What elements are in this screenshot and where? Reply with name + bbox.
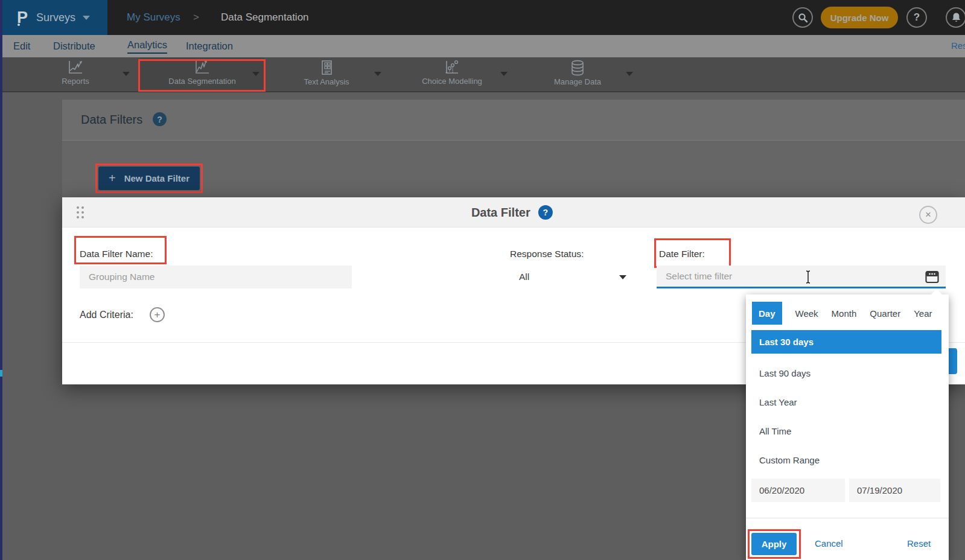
- scatter-plot-icon: [444, 60, 460, 75]
- reports-dropdown-caret[interactable]: [123, 72, 130, 76]
- option-last-90-days[interactable]: Last 90 days: [751, 358, 941, 387]
- response-status-label: Response Status:: [510, 249, 584, 259]
- choice-modelling-dropdown-caret[interactable]: [500, 72, 508, 76]
- date-filter-popup: Day Week Month Quarter Year Last 30 days…: [746, 294, 949, 560]
- option-custom-range[interactable]: Custom Range: [751, 445, 941, 474]
- response-status-select[interactable]: All: [510, 266, 634, 288]
- apply-button[interactable]: Apply: [751, 533, 797, 555]
- document-grid-icon: [319, 60, 334, 76]
- popup-notch: [931, 289, 942, 294]
- text-analysis-dropdown-caret[interactable]: [374, 72, 381, 76]
- upgrade-now-button[interactable]: Upgrade Now: [821, 7, 898, 28]
- tab-edit[interactable]: Edit: [13, 35, 30, 57]
- window-edge-accent: [0, 0, 2, 560]
- analytics-toolbar: Reports Data Segmentation Text Analysis: [0, 57, 965, 92]
- toolbar-label: Manage Data: [554, 77, 601, 86]
- plus-icon: +: [109, 171, 116, 185]
- range-start-input[interactable]: [751, 479, 845, 502]
- help-button[interactable]: ?: [906, 7, 927, 28]
- bell-icon: [951, 12, 961, 23]
- toolbar-item-text-analysis[interactable]: Text Analysis: [281, 60, 372, 86]
- search-button[interactable]: [792, 7, 813, 28]
- data-filters-help-button[interactable]: ?: [153, 112, 167, 126]
- date-filter-text-input[interactable]: [657, 266, 946, 287]
- toolbar-label: Data Segmentation: [168, 77, 235, 86]
- product-label: Surveys: [36, 11, 75, 24]
- data-filters-panel-header: Data Filters ?: [62, 100, 965, 141]
- toolbar-label: Reports: [62, 77, 89, 86]
- reset-button[interactable]: Reset: [907, 538, 931, 549]
- tab-week[interactable]: Week: [795, 308, 818, 319]
- manage-data-dropdown-caret[interactable]: [626, 72, 633, 76]
- questionpro-logo: P: [17, 8, 28, 27]
- chevron-down-icon: [619, 275, 626, 279]
- date-filter-input[interactable]: [657, 266, 946, 288]
- modal-header: Data Filter ? ×: [62, 197, 965, 228]
- option-all-time[interactable]: All Time: [751, 416, 941, 445]
- close-icon[interactable]: ×: [919, 206, 937, 224]
- top-header: P Surveys My Surveys > Data Segmentation…: [0, 0, 965, 35]
- breadcrumb-parent[interactable]: My Surveys: [127, 11, 180, 24]
- app-logo-button[interactable]: P Surveys: [0, 0, 107, 35]
- add-criteria-label: Add Criteria:: [80, 310, 133, 320]
- page-title: Data Filters: [81, 113, 142, 127]
- toolbar-item-reports[interactable]: Reports: [30, 60, 121, 86]
- tab-integration[interactable]: Integration: [186, 35, 233, 57]
- breadcrumb-separator: >: [193, 11, 199, 24]
- popup-divider: [746, 518, 949, 518]
- tab-analytics[interactable]: Analytics: [127, 35, 167, 57]
- tab-year[interactable]: Year: [914, 308, 932, 319]
- question-mark-icon: ?: [914, 11, 920, 24]
- plus-icon: +: [154, 309, 161, 321]
- data-segmentation-dropdown-caret[interactable]: [252, 72, 260, 76]
- trend-chart-icon: [194, 60, 211, 75]
- toolbar-item-data-segmentation[interactable]: Data Segmentation: [157, 60, 247, 86]
- breadcrumb-current: Data Segmentation: [221, 11, 309, 24]
- text-cursor-icon: [804, 270, 812, 284]
- option-last-year[interactable]: Last Year: [751, 387, 941, 416]
- calendar-icon[interactable]: [925, 269, 940, 284]
- data-filter-name-label: Data Filter Name:: [80, 249, 153, 259]
- date-filter-label: Date Filter:: [659, 249, 705, 259]
- search-icon: [798, 13, 808, 23]
- toolbar-item-manage-data[interactable]: Manage Data: [532, 60, 623, 86]
- database-icon: [570, 60, 585, 76]
- chevron-down-icon: [83, 16, 90, 20]
- option-last-30-days[interactable]: Last 30 days: [751, 330, 941, 354]
- toolbar-label: Text Analysis: [304, 77, 349, 86]
- modal-title: Data Filter: [471, 206, 530, 220]
- left-edge-accent-teal: [0, 370, 2, 377]
- tab-day[interactable]: Day: [752, 302, 782, 325]
- range-end-input[interactable]: [849, 479, 940, 502]
- modal-help-button[interactable]: ?: [538, 205, 553, 220]
- tab-quarter[interactable]: Quarter: [870, 308, 900, 319]
- toolbar-label: Choice Modelling: [422, 77, 482, 86]
- tab-distribute[interactable]: Distribute: [53, 35, 95, 57]
- notifications-button[interactable]: [946, 7, 965, 28]
- new-data-filter-button[interactable]: + New Data Filter: [98, 167, 200, 190]
- question-mark-icon: ?: [157, 115, 162, 124]
- question-mark-icon: ?: [543, 208, 548, 217]
- nav-responses-partial[interactable]: Res: [951, 40, 965, 51]
- period-tabs: Day Week Month Quarter Year: [752, 302, 932, 325]
- tab-month[interactable]: Month: [832, 308, 857, 319]
- add-criteria-button[interactable]: +: [150, 307, 165, 322]
- line-chart-icon: [67, 60, 84, 75]
- survey-nav-bar: Edit Distribute Analytics Integration Re…: [0, 35, 965, 57]
- response-status-value: All: [519, 272, 529, 282]
- grouping-name-input[interactable]: [80, 266, 352, 288]
- cancel-button[interactable]: Cancel: [815, 538, 843, 549]
- drag-handle-icon[interactable]: [77, 206, 84, 218]
- toolbar-item-choice-modelling[interactable]: Choice Modelling: [407, 60, 497, 86]
